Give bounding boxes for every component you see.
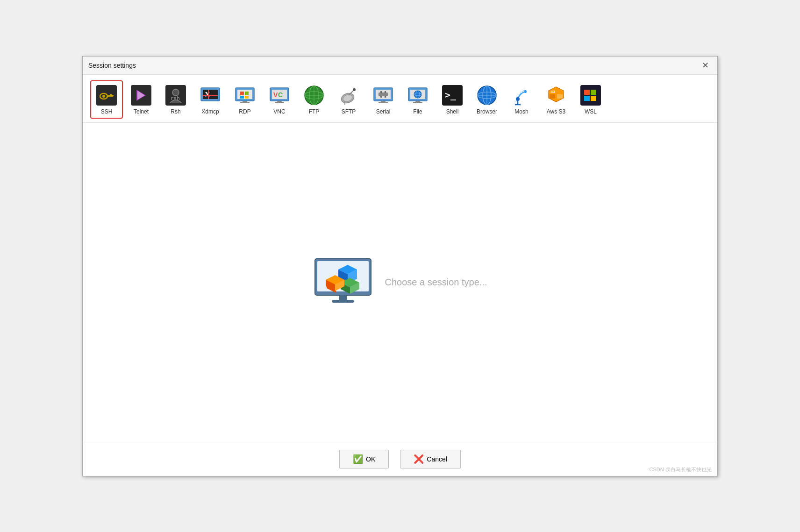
session-type-vnc[interactable]: V C VNC [263, 80, 296, 119]
svg-rect-74 [584, 90, 590, 95]
svg-rect-19 [240, 92, 244, 95]
session-type-file[interactable]: File [401, 80, 434, 119]
svg-point-52 [414, 91, 421, 98]
session-type-rsh[interactable]: rsh Rsh [159, 80, 192, 119]
svg-rect-91 [339, 295, 347, 300]
placeholder-text: Choose a session type... [385, 277, 487, 288]
session-icons-row: SSH Telnet rsh R [83, 75, 717, 123]
cancel-icon: ❌ [414, 454, 424, 464]
rsh-label: Rsh [171, 108, 180, 115]
ok-label: OK [366, 455, 375, 463]
ssh-icon [95, 84, 118, 106]
svg-rect-29 [277, 101, 282, 102]
shell-label: Shell [446, 108, 459, 115]
session-type-shell[interactable]: >_ Shell [436, 80, 469, 119]
session-type-wsl[interactable]: WSL [574, 80, 607, 119]
svg-rect-92 [332, 300, 354, 303]
svg-text:V: V [273, 91, 278, 99]
session-type-rdp[interactable]: RDP [229, 80, 261, 119]
svg-rect-44 [380, 91, 382, 93]
svg-rect-75 [591, 90, 596, 95]
svg-text:C: C [278, 91, 283, 99]
ftp-icon [303, 84, 325, 106]
shell-icon: >_ [441, 84, 464, 106]
svg-rect-4 [112, 95, 114, 96]
awss3-icon: S3 [545, 84, 567, 106]
rdp-icon [234, 84, 256, 106]
watermark: CSDN @白马长枪不快也光 [650, 466, 712, 473]
sftp-label: SFTP [342, 108, 356, 115]
main-content-area: Choose a session type... [83, 123, 717, 442]
ftp-label: FTP [309, 108, 320, 115]
file-label: File [413, 108, 422, 115]
session-type-browser[interactable]: Browser [471, 80, 503, 119]
awss3-label: Aws S3 [547, 108, 565, 115]
session-type-ftp[interactable]: FTP [298, 80, 330, 119]
svg-rect-56 [413, 102, 422, 103]
svg-rect-0 [96, 85, 117, 106]
browser-icon [476, 84, 498, 106]
vnc-label: VNC [273, 108, 285, 115]
cancel-button[interactable]: ❌ Cancel [400, 450, 461, 468]
svg-text:>_: >_ [445, 89, 457, 100]
svg-rect-46 [380, 96, 382, 98]
svg-rect-76 [584, 96, 590, 101]
vnc-icon: V C [268, 84, 291, 106]
file-icon [407, 84, 429, 106]
svg-rect-30 [275, 102, 284, 103]
rdp-label: RDP [239, 108, 250, 115]
browser-label: Browser [477, 108, 497, 115]
svg-text:X: X [205, 91, 210, 99]
svg-rect-23 [243, 101, 247, 102]
title-bar: Session settings ✕ [83, 57, 717, 75]
ok-icon: ✅ [353, 454, 363, 464]
svg-point-5 [102, 95, 105, 98]
mosh-icon [510, 84, 533, 106]
wsl-label: WSL [585, 108, 597, 115]
ok-button[interactable]: ✅ OK [339, 450, 389, 468]
session-settings-dialog: Session settings ✕ SSH [82, 56, 718, 476]
session-type-serial[interactable]: Serial [367, 80, 400, 119]
serial-label: Serial [376, 108, 391, 115]
dialog-title: Session settings [88, 62, 136, 69]
session-type-telnet[interactable]: Telnet [125, 80, 157, 119]
svg-point-10 [172, 89, 179, 96]
svg-rect-20 [245, 92, 249, 95]
session-type-ssh[interactable]: SSH [90, 80, 123, 119]
svg-point-65 [516, 97, 520, 101]
svg-rect-77 [591, 96, 596, 101]
cancel-label: Cancel [427, 455, 447, 463]
svg-rect-71 [557, 94, 563, 99]
svg-point-39 [353, 88, 356, 91]
telnet-label: Telnet [134, 108, 149, 115]
serial-icon [372, 84, 394, 106]
svg-rect-48 [381, 101, 386, 102]
svg-rect-49 [379, 102, 388, 103]
svg-rect-45 [385, 91, 386, 93]
mosh-label: Mosh [514, 108, 528, 115]
rsh-icon: rsh [164, 84, 187, 106]
svg-text:rsh: rsh [171, 95, 180, 101]
svg-rect-70 [550, 94, 555, 99]
svg-rect-3 [110, 94, 112, 95]
session-type-xdmcp[interactable]: X Xdmcp [194, 80, 227, 119]
session-type-awss3[interactable]: S3 Aws S3 [540, 80, 572, 119]
svg-rect-21 [240, 96, 244, 99]
ssh-label: SSH [101, 108, 113, 115]
svg-rect-55 [415, 101, 420, 102]
svg-rect-73 [580, 85, 601, 106]
svg-rect-22 [245, 96, 249, 99]
xdmcp-label: Xdmcp [201, 108, 219, 115]
close-button[interactable]: ✕ [699, 60, 712, 71]
svg-rect-24 [240, 102, 250, 103]
svg-rect-47 [385, 96, 386, 98]
svg-rect-2 [107, 95, 113, 97]
session-type-sftp[interactable]: SFTP [332, 80, 365, 119]
wsl-icon [579, 84, 602, 106]
sftp-icon [337, 84, 360, 106]
session-type-mosh[interactable]: Mosh [505, 80, 538, 119]
placeholder-monitor-icon [313, 256, 373, 308]
xdmcp-icon: X [199, 84, 221, 106]
footer: ✅ OK ❌ Cancel [83, 442, 717, 476]
telnet-icon [130, 84, 152, 106]
